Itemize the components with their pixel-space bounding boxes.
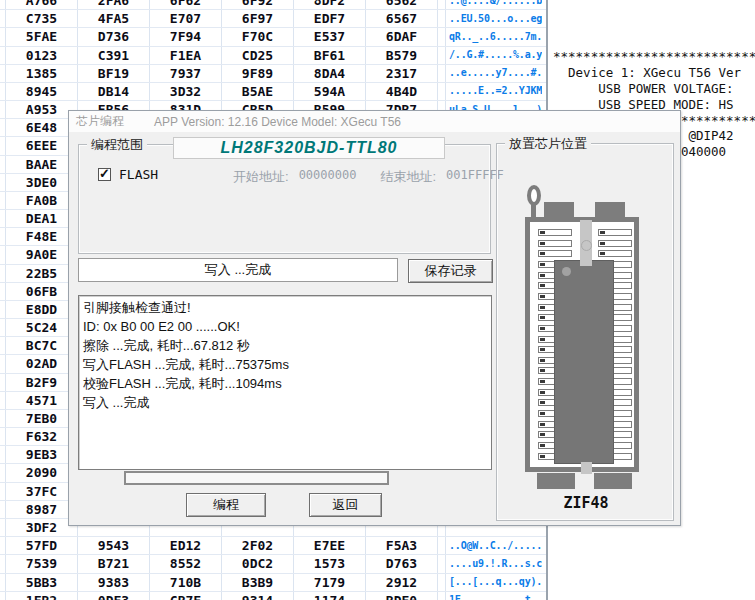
hex-cell[interactable]: 1385 <box>6 65 78 82</box>
hex-cell[interactable]: D736 <box>78 28 150 45</box>
hex-cell[interactable]: 8945 <box>6 83 78 100</box>
ascii-cell[interactable]: ..e.....y7....#. <box>446 64 542 82</box>
hex-cell[interactable]: E707 <box>150 10 222 27</box>
hex-cell[interactable]: 0123 <box>6 47 78 64</box>
device-info-line: Device 1: XGecu T56 Ver <box>553 65 755 81</box>
hex-cell[interactable]: C391 <box>78 47 150 64</box>
start-address-value: 00000000 <box>299 168 357 186</box>
hex-cell[interactable]: 6562 <box>366 0 438 9</box>
hex-row[interactable]: 57FD 9543 ED12 2F02 E7EE F5A3 ..O@W..C..… <box>0 537 546 555</box>
log-line: 写入FLASH ...完成, 耗时...75375ms <box>83 355 487 374</box>
hex-cell[interactable]: 9543 <box>78 537 150 554</box>
hex-cell[interactable]: 6F97 <box>222 10 294 27</box>
dialog-subtitle: APP Version: 12.16 Device Model: XGecu T… <box>154 115 401 129</box>
hex-cell[interactable]: 2912 <box>366 574 438 591</box>
hex-cell[interactable]: 9F89 <box>222 65 294 82</box>
hex-cell[interactable]: 1573 <box>294 555 366 572</box>
save-record-button[interactable]: 保存记录 <box>408 259 493 283</box>
ascii-cell[interactable]: [...[...q...qy). <box>446 573 542 591</box>
ascii-cell[interactable]: /..G.#.....%.a.y <box>446 46 542 64</box>
hex-cell[interactable]: 9383 <box>78 574 150 591</box>
hex-cell[interactable]: 6F62 <box>150 0 222 9</box>
hex-cell[interactable]: B579 <box>366 47 438 64</box>
hex-cell[interactable]: BDE0 <box>366 592 438 600</box>
hex-row[interactable]: 5FAE D736 7F94 F70C E537 6DAF qR.._..6..… <box>0 28 546 46</box>
ascii-cell[interactable]: .....E..=2..YJKM <box>446 82 542 100</box>
hex-cell[interactable]: E537 <box>294 28 366 45</box>
ascii-cell[interactable]: ..@....&/......b <box>446 0 542 10</box>
hex-cell[interactable]: 4B4D <box>366 83 438 100</box>
hex-cell[interactable]: 6F92 <box>222 0 294 9</box>
hex-cell[interactable]: 8552 <box>150 555 222 572</box>
hex-cell[interactable]: 6DAF <box>366 28 438 45</box>
ascii-cell[interactable]: 1F...........t.. <box>446 591 542 600</box>
hex-cell[interactable]: 9314 <box>222 592 294 600</box>
hex-cell[interactable]: C735 <box>6 10 78 27</box>
hex-cell[interactable]: 8DA4 <box>294 65 366 82</box>
device-info-line: *************************** <box>553 49 755 65</box>
hex-cell[interactable]: BF61 <box>294 47 366 64</box>
hex-cell[interactable]: 7179 <box>294 574 366 591</box>
hex-cell[interactable]: 4FA5 <box>78 10 150 27</box>
hex-cell[interactable]: 5FAE <box>6 28 78 45</box>
dialog-title-bar[interactable]: 芯片编程 APP Version: 12.16 Device Model: XG… <box>69 111 680 132</box>
hex-cell[interactable]: F70C <box>222 28 294 45</box>
hex-cell[interactable]: 2F02 <box>222 537 294 554</box>
hex-cell[interactable]: 2317 <box>366 65 438 82</box>
hex-cell[interactable]: 3D32 <box>150 83 222 100</box>
socket-type-label: ZIF48 <box>497 494 675 512</box>
hex-cell[interactable]: 710B <box>150 574 222 591</box>
hex-cell[interactable]: A766 <box>6 0 78 9</box>
hex-cell[interactable]: B3B9 <box>222 574 294 591</box>
operation-log[interactable]: 引脚接触检查通过!ID: 0x B0 00 E2 00 ......OK!擦除 … <box>78 295 492 470</box>
socket-bottom-tab <box>594 473 632 489</box>
hex-cell[interactable]: 6567 <box>366 10 438 27</box>
device-info-line: USB POWER VOLTAGE: <box>553 81 755 97</box>
zif-socket-graphic: ZIF48 <box>497 144 675 522</box>
hex-row[interactable]: 1FB2 0DF3 CB7F 9314 1174 BDE0 1F........… <box>0 592 546 600</box>
hex-cell[interactable]: EDF7 <box>294 10 366 27</box>
hex-cell[interactable]: F5A3 <box>366 537 438 554</box>
hex-row[interactable]: C735 4FA5 E707 6F97 EDF7 6567 ..EU.50...… <box>0 10 546 28</box>
hex-cell[interactable]: 8DF2 <box>294 0 366 9</box>
hex-cell[interactable]: 0DF3 <box>78 592 150 600</box>
hex-cell[interactable]: 0DC2 <box>222 555 294 572</box>
hex-row[interactable]: 7539 B721 8552 0DC2 1573 D763 ....u9.!.R… <box>0 555 546 573</box>
hex-cell[interactable]: 594A <box>294 83 366 100</box>
hex-row[interactable]: 5BB3 9383 710B B3B9 7179 2912 [...[...q.… <box>0 574 546 592</box>
ascii-cell[interactable]: qR.._..6.....7m. <box>446 28 542 46</box>
hex-cell[interactable]: CB7F <box>150 592 222 600</box>
hex-cell[interactable]: 7539 <box>6 555 78 572</box>
hex-cell[interactable]: CD25 <box>222 47 294 64</box>
socket-top-tab <box>544 202 574 218</box>
program-button[interactable]: 编程 <box>186 493 266 517</box>
hex-cell[interactable]: 7937 <box>150 65 222 82</box>
back-button[interactable]: 返回 <box>309 493 382 517</box>
hex-cell[interactable]: D763 <box>366 555 438 572</box>
ascii-cell[interactable]: ..O@W..C../..... <box>446 537 542 555</box>
flash-checkbox-row[interactable]: FLASH <box>98 167 158 182</box>
flash-checkbox[interactable] <box>98 168 111 181</box>
hex-row[interactable]: 0123 C391 F1EA CD25 BF61 B579 /..G.#....… <box>0 47 546 65</box>
hex-row[interactable]: 8945 DB14 3D32 B5AE 594A 4B4D .....E..=2… <box>0 83 546 101</box>
hex-cell[interactable]: BF19 <box>78 65 150 82</box>
start-address-label: 开始地址: <box>233 168 289 186</box>
hex-cell[interactable]: B5AE <box>222 83 294 100</box>
hex-cell[interactable]: 1FB2 <box>6 592 78 600</box>
log-line: 校验FLASH ...完成, 耗时...1094ms <box>83 374 487 393</box>
hex-cell[interactable]: DB14 <box>78 83 150 100</box>
hex-cell[interactable]: F1EA <box>150 47 222 64</box>
hex-cell[interactable]: ED12 <box>150 537 222 554</box>
ascii-cell[interactable]: ..EU.50...o...eg <box>446 10 542 28</box>
hex-cell[interactable]: 1174 <box>294 592 366 600</box>
ascii-cell[interactable]: ....u9.!.R...s.c <box>446 555 542 573</box>
hex-row[interactable]: 1385 BF19 7937 9F89 8DA4 2317 ..e.....y7… <box>0 65 546 83</box>
hex-cell[interactable]: E7EE <box>294 537 366 554</box>
hex-spacer <box>438 555 446 572</box>
hex-cell[interactable]: B721 <box>78 555 150 572</box>
hex-row[interactable]: A766 2FA6 6F62 6F92 8DF2 6562 ..@....&/.… <box>0 0 546 10</box>
hex-cell[interactable]: 7F94 <box>150 28 222 45</box>
hex-cell[interactable]: 5BB3 <box>6 574 78 591</box>
hex-cell[interactable]: 2FA6 <box>78 0 150 9</box>
hex-cell[interactable]: 57FD <box>6 537 78 554</box>
